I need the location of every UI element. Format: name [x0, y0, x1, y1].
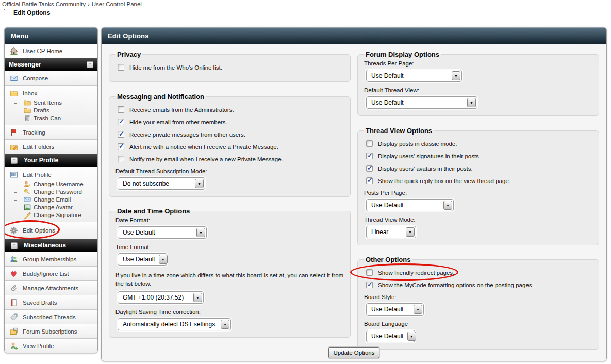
- select-value: Do not subscribe: [123, 180, 169, 187]
- dropdown-arrow-icon: [414, 305, 422, 314]
- posts-per-page-select[interactable]: Use Default: [366, 199, 454, 211]
- messenger-section-title: Messenger: [9, 61, 41, 68]
- classic-mode-checkbox[interactable]: [366, 140, 373, 147]
- board-language-select[interactable]: Use Default: [366, 330, 415, 342]
- dropdown-arrow-icon: [467, 98, 476, 107]
- option-hide-email: Hide your email from other members.: [118, 119, 345, 125]
- pencil-icon: [24, 211, 31, 219]
- checkbox-label: Show the MyCode formatting options on th…: [378, 282, 534, 288]
- dst-select[interactable]: Automatically detect DST settings: [118, 318, 231, 330]
- checkbox-label: Display users' signatures in their posts…: [378, 153, 481, 159]
- receive-pms-checkbox[interactable]: [118, 131, 124, 138]
- sidebar-item-buddy-ignore-list[interactable]: Buddy/Ignore List: [5, 267, 97, 281]
- sidebar-item-saved-drafts[interactable]: Saved Drafts: [5, 295, 97, 310]
- timezone-select[interactable]: GMT +1:00 (20:37:52): [118, 291, 204, 304]
- sidebar-item-label: Edit Profile: [23, 172, 52, 178]
- sidebar-item-edit-options[interactable]: Edit Options: [5, 222, 97, 239]
- profile-card-icon: [10, 171, 18, 179]
- sidebar-item-label: Change Avatar: [34, 204, 73, 210]
- sidebar-item-change-username[interactable]: Change Username: [10, 180, 93, 188]
- update-button-row: Update Options: [101, 347, 607, 358]
- default-thread-view-select[interactable]: Use Default: [366, 96, 477, 109]
- sidebar-item-edit-folders[interactable]: Edit Folders: [5, 140, 97, 154]
- sidebar-item-subscribed-threads[interactable]: Subscribed Threads: [5, 310, 97, 324]
- date-format-select[interactable]: Use Default: [118, 226, 207, 239]
- sidebar-item-label: Edit Options: [23, 227, 55, 234]
- sidebar-item-label: Buddy/Ignore List: [23, 271, 69, 277]
- messaging-section: Messaging and Notification Receive email…: [109, 93, 351, 197]
- breadcrumb-site-link[interactable]: Official Battle Tanks Community: [2, 1, 86, 7]
- sidebar-item-compose[interactable]: Compose: [5, 71, 97, 86]
- quick-reply-checkbox[interactable]: [366, 177, 373, 184]
- mycode-formatting-checkbox[interactable]: [366, 282, 373, 288]
- sidebar-item-group-memberships[interactable]: Group Memberships: [5, 252, 97, 267]
- picture-icon: [24, 204, 31, 211]
- display-avatars-checkbox[interactable]: [366, 165, 373, 172]
- sidebar-item-edit-profile[interactable]: Edit Profile: [10, 170, 93, 180]
- sidebar-item-user-cp-home[interactable]: User CP Home: [5, 44, 97, 58]
- home-icon: [10, 47, 18, 55]
- sidebar-item-label: Compose: [23, 75, 48, 81]
- pm-alert-checkbox[interactable]: [118, 143, 124, 150]
- collapse-minus-icon[interactable]: [87, 61, 93, 68]
- board-language-label: Board Language: [364, 321, 593, 327]
- threads-per-page-select[interactable]: Use Default: [366, 70, 462, 82]
- tree-elbow-icon: [14, 211, 20, 216]
- pm-email-notify-checkbox[interactable]: [118, 156, 124, 162]
- collapse-minus-icon[interactable]: [11, 242, 18, 249]
- edit-options-panel-header: Edit Options: [102, 27, 606, 44]
- board-style-select[interactable]: Use Default: [366, 303, 424, 316]
- sidebar-item-label: View Profile: [23, 343, 54, 349]
- sidebar-item-view-profile[interactable]: View Profile: [5, 339, 97, 353]
- key-icon: [24, 188, 31, 195]
- thread-view-mode-select[interactable]: Linear: [366, 226, 416, 238]
- checkbox-label: Display posts in classic mode.: [378, 141, 457, 147]
- sidebar-item-label: Forum Subscriptions: [23, 328, 77, 335]
- hide-email-checkbox[interactable]: [118, 119, 124, 125]
- page-title: Edit Options: [13, 9, 50, 16]
- other-options-title: Other Options: [364, 256, 412, 263]
- privacy-title: Privacy: [115, 51, 142, 58]
- sidebar-item-tracking[interactable]: Tracking: [5, 125, 97, 140]
- sidebar-group-edit-profile: Edit Profile Change Username Change Pass…: [5, 167, 97, 222]
- checkbox-label: Show friendly redirect pages.: [378, 270, 454, 276]
- sidebar-item-change-email[interactable]: Change Email: [10, 195, 93, 203]
- tree-elbow-icon: [14, 196, 20, 201]
- display-signatures-checkbox[interactable]: [366, 153, 373, 159]
- sidebar-item-forum-subscriptions[interactable]: Forum Subscriptions: [5, 324, 97, 339]
- sidebar-item-label: Trash Can: [34, 115, 61, 121]
- collapse-minus-icon[interactable]: [11, 157, 18, 164]
- checkbox-label: Receive private messages from other user…: [129, 131, 245, 138]
- messaging-title: Messaging and Notification: [115, 93, 206, 101]
- tag-icon: [10, 313, 18, 321]
- option-classic-mode: Display posts in classic mode.: [366, 140, 593, 147]
- sidebar-item-sent-items[interactable]: Sent Items: [10, 98, 93, 106]
- thread-view-section: Thread View Options Display posts in cla…: [357, 127, 599, 245]
- option-pm-email-notify: Notify me by email when I receive a new …: [118, 156, 345, 162]
- tree-elbow-icon: [14, 107, 20, 111]
- dropdown-arrow-icon: [193, 293, 202, 302]
- friendly-redirect-checkbox[interactable]: [366, 269, 373, 276]
- checkbox-label: Notify me by email when I receive a new …: [129, 156, 283, 162]
- sidebar-item-label: Sent Items: [34, 100, 62, 106]
- hide-whos-online-checkbox[interactable]: [118, 64, 124, 71]
- receive-admin-emails-checkbox[interactable]: [118, 106, 124, 113]
- right-column: Forum Display Options Threads Per Page: …: [357, 47, 599, 354]
- sidebar-item-change-signature[interactable]: Change Signature: [10, 211, 93, 219]
- sidebar-item-change-avatar[interactable]: Change Avatar: [10, 203, 93, 211]
- sidebar-item-drafts[interactable]: Drafts: [10, 106, 93, 114]
- gear-icon: [10, 226, 18, 235]
- dropdown-arrow-icon: [443, 201, 452, 210]
- update-options-button[interactable]: Update Options: [328, 347, 380, 358]
- sidebar-item-change-password[interactable]: Change Password: [10, 188, 93, 195]
- sidebar-item-inbox[interactable]: Inbox: [10, 88, 93, 98]
- option-display-signatures: Display users' signatures in their posts…: [366, 153, 593, 159]
- flag-icon: [10, 128, 18, 137]
- breadcrumb-section-link[interactable]: User Control Panel: [92, 1, 142, 7]
- sidebar-item-manage-attachments[interactable]: Manage Attachments: [5, 281, 97, 295]
- time-format-select[interactable]: Use Default: [118, 253, 167, 266]
- sidebar-item-label: User CP Home: [23, 48, 62, 54]
- subscription-mode-select[interactable]: Do not subscribe: [118, 177, 205, 190]
- sidebar-item-label: Change Email: [34, 196, 71, 203]
- sidebar-item-trash-can[interactable]: Trash Can: [10, 114, 93, 122]
